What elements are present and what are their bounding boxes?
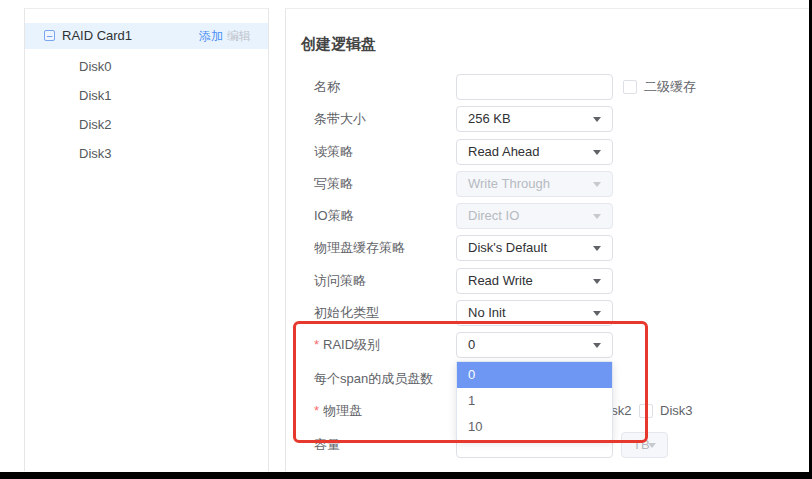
tree-item-disk2[interactable]: Disk2 bbox=[79, 112, 112, 138]
io-policy-value: Direct IO bbox=[468, 204, 519, 228]
access-policy-value: Read Write bbox=[468, 269, 533, 293]
write-policy-select: Write Through bbox=[456, 171, 613, 197]
disk3-checkbox-label: Disk3 bbox=[660, 398, 693, 424]
name-input[interactable] bbox=[456, 74, 613, 100]
raid-level-value: 0 bbox=[468, 333, 475, 357]
io-policy-select: Direct IO bbox=[456, 203, 613, 229]
edit-link[interactable]: 编辑 bbox=[227, 23, 251, 49]
disk-cache-policy-value: Disk's Default bbox=[468, 236, 547, 260]
disk-cache-policy-label: 物理盘缓存策略 bbox=[314, 235, 405, 261]
raid-level-select[interactable]: 0 bbox=[456, 332, 613, 358]
chevron-down-icon bbox=[593, 311, 601, 316]
secondary-cache-label: 二级缓存 bbox=[644, 74, 696, 100]
row-io-policy: IO策略 Direct IO bbox=[286, 203, 809, 229]
io-policy-label: IO策略 bbox=[314, 203, 354, 229]
access-policy-label: 访问策略 bbox=[314, 268, 366, 294]
chevron-down-icon bbox=[593, 117, 601, 122]
raid-level-option-10[interactable]: 10 bbox=[457, 414, 612, 440]
row-write-policy: 写策略 Write Through bbox=[286, 171, 809, 197]
name-label: 名称 bbox=[314, 74, 340, 100]
row-stripe-size: 条带大小 256 KB bbox=[286, 106, 809, 132]
chevron-down-icon bbox=[593, 279, 601, 284]
collapse-minus-icon[interactable]: − bbox=[44, 30, 55, 41]
read-policy-label: 读策略 bbox=[314, 139, 353, 165]
row-read-policy: 读策略 Read Ahead bbox=[286, 139, 809, 165]
raid-tree-panel: − RAID Card1 添加 编辑 Disk0 Disk1 Disk2 Dis… bbox=[24, 8, 269, 471]
init-type-value: No Init bbox=[468, 301, 506, 325]
chevron-down-icon bbox=[593, 182, 601, 187]
row-init-type: 初始化类型 No Init bbox=[286, 300, 809, 326]
raid-level-option-0[interactable]: 0 bbox=[457, 362, 612, 388]
secondary-cache-checkbox[interactable] bbox=[623, 80, 637, 94]
raid-level-dropdown-list: 0 1 10 bbox=[456, 361, 613, 441]
disk-cache-policy-select[interactable]: Disk's Default bbox=[456, 235, 613, 261]
raid-level-option-1[interactable]: 1 bbox=[457, 388, 612, 414]
span-members-label: 每个span的成员盘数 bbox=[314, 366, 433, 392]
raid-level-label: RAID级别 bbox=[314, 332, 380, 358]
init-type-label: 初始化类型 bbox=[314, 300, 379, 326]
screen: − RAID Card1 添加 编辑 Disk0 Disk1 Disk2 Dis… bbox=[0, 0, 812, 479]
write-policy-value: Write Through bbox=[468, 172, 550, 196]
capacity-unit-select: TB bbox=[621, 432, 668, 458]
tree-item-label: RAID Card1 bbox=[62, 23, 132, 49]
read-policy-value: Read Ahead bbox=[468, 140, 540, 164]
stripe-size-value: 256 KB bbox=[468, 107, 511, 131]
stripe-size-label: 条带大小 bbox=[314, 106, 366, 132]
page-title: 创建逻辑盘 bbox=[301, 35, 376, 54]
access-policy-select[interactable]: Read Write bbox=[456, 268, 613, 294]
chevron-down-icon bbox=[593, 214, 601, 219]
init-type-select[interactable]: No Init bbox=[456, 300, 613, 326]
add-link[interactable]: 添加 bbox=[199, 23, 223, 49]
tree-item-disk3[interactable]: Disk3 bbox=[79, 141, 112, 167]
chevron-down-icon bbox=[593, 343, 601, 348]
create-logical-disk-panel: 创建逻辑盘 名称 二级缓存 条带大小 256 KB 读策略 Read Ahead… bbox=[285, 8, 809, 471]
chevron-down-icon bbox=[593, 150, 601, 155]
tree-item-disk0[interactable]: Disk0 bbox=[79, 54, 112, 80]
row-disk-cache-policy: 物理盘缓存策略 Disk's Default bbox=[286, 235, 809, 261]
capacity-label: 容量 bbox=[314, 432, 340, 458]
row-raid-level: RAID级别 0 bbox=[286, 332, 809, 358]
write-policy-label: 写策略 bbox=[314, 171, 353, 197]
row-name: 名称 二级缓存 bbox=[286, 74, 809, 100]
physical-disks-label: 物理盘 bbox=[314, 398, 362, 424]
tree-item-raid-card1[interactable]: − RAID Card1 添加 编辑 bbox=[25, 23, 268, 49]
read-policy-select[interactable]: Read Ahead bbox=[456, 139, 613, 165]
stripe-size-select[interactable]: 256 KB bbox=[456, 106, 613, 132]
screenshot-bottom-edge bbox=[0, 472, 812, 479]
disk3-checkbox[interactable] bbox=[639, 404, 653, 418]
chevron-down-icon bbox=[593, 246, 601, 251]
chevron-down-icon bbox=[648, 443, 656, 448]
row-access-policy: 访问策略 Read Write bbox=[286, 268, 809, 294]
tree-item-disk1[interactable]: Disk1 bbox=[79, 83, 112, 109]
